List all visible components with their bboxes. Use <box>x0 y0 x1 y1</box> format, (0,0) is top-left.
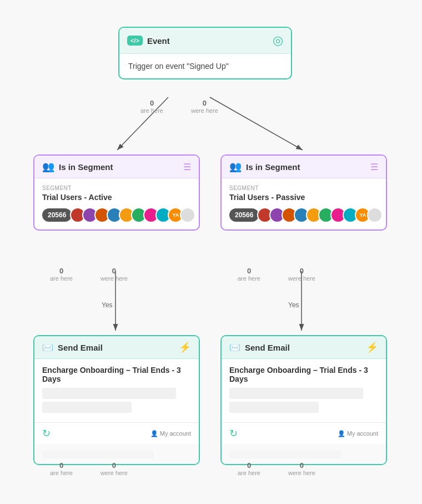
seg-right-stat-count1: 0 <box>247 267 251 275</box>
code-icon: </> <box>127 36 143 46</box>
email-node-left-footer: ↻ 👤 My account <box>34 422 199 444</box>
avatar <box>367 207 383 223</box>
email-right-stat-count2: 0 <box>300 461 304 470</box>
email-left-stat-label2: were here <box>101 470 128 476</box>
event-node-title: Event <box>147 36 170 46</box>
event-node-header: </> Event ◎ <box>119 28 291 54</box>
segment-node-left-title: Is in Segment <box>59 162 113 172</box>
email-right-stats: 0 are here 0 were here <box>238 461 315 476</box>
segment-right-stats: 0 are here 0 were here <box>238 267 315 282</box>
email-left-stat-count2: 0 <box>112 461 116 470</box>
event-stat-right-label: were here <box>191 107 218 114</box>
refresh-icon-right[interactable]: ↻ <box>229 427 238 440</box>
seg-left-stat-label1: are here <box>50 275 73 282</box>
event-stat-left-count: 0 <box>150 99 154 107</box>
email-icon-right: ✉️ <box>229 342 240 353</box>
seg-right-stat-count2: 0 <box>300 267 304 275</box>
email-node-right-header: ✉️ Send Email ⚡ <box>222 336 386 359</box>
segment-node-left-header: 👥 Is in Segment ☰ <box>34 156 199 178</box>
segment-node-right-title: Is in Segment <box>246 162 300 172</box>
yes-label-right: Yes <box>288 301 299 309</box>
svg-line-2 <box>210 97 303 150</box>
event-node-stats: 0 are here 0 were here <box>140 99 218 114</box>
seg-right-stat-label1: are here <box>238 275 260 282</box>
email-left-stats: 0 are here 0 were here <box>50 461 128 476</box>
target-icon[interactable]: ◎ <box>273 33 283 48</box>
seg-left-stat-label2: were here <box>101 275 128 282</box>
segment-left-count: 20566 <box>42 208 72 222</box>
account-link-right[interactable]: 👤 My account <box>338 430 378 437</box>
email-right-preview2 <box>229 402 319 413</box>
segment-right-label: SEGMENT <box>229 185 378 191</box>
segment-right-name: Trial Users - Passive <box>229 193 378 202</box>
email-node-right[interactable]: ✉️ Send Email ⚡ Encharge Onboarding – Tr… <box>220 335 387 465</box>
filter-icon-left[interactable]: ☰ <box>183 162 191 172</box>
filter-icon-right[interactable]: ☰ <box>370 162 378 172</box>
email-node-right-body: Encharge Onboarding – Trial Ends - 3 Day… <box>222 359 386 422</box>
lightning-icon-left: ⚡ <box>179 341 191 353</box>
email-right-stat-label2: were here <box>288 470 315 476</box>
email-node-left-header: ✉️ Send Email ⚡ <box>34 336 199 359</box>
segment-node-right-header: 👥 Is in Segment ☰ <box>222 156 386 178</box>
person-icon-right: 👤 <box>338 430 345 437</box>
seg-left-stat-count1: 0 <box>59 267 63 275</box>
email-icon-left: ✉️ <box>42 342 53 353</box>
email-right-preview1 <box>229 388 363 399</box>
segment-node-right-body: SEGMENT Trial Users - Passive 20566 YA <box>222 178 386 229</box>
email-left-stat-count1: 0 <box>59 461 63 470</box>
seg-right-stat-label2: were here <box>288 275 315 282</box>
email-right-stat-label1: are here <box>238 470 260 476</box>
segment-left-name: Trial Users - Active <box>42 193 191 202</box>
email-node-right-title: Send Email <box>245 343 290 352</box>
email-left-preview2 <box>42 402 132 413</box>
event-node-body: Trigger on event "Signed Up" <box>119 54 291 78</box>
email-right-bottom-preview <box>229 451 341 458</box>
segment-left-label: SEGMENT <box>42 185 191 191</box>
users-icon-right: 👥 <box>229 161 242 173</box>
lightning-icon-right: ⚡ <box>366 341 378 353</box>
account-link-left[interactable]: 👤 My account <box>150 430 191 437</box>
account-label-right: My account <box>347 430 378 437</box>
email-node-right-footer: ↻ 👤 My account <box>222 422 386 444</box>
segment-right-count: 20566 <box>229 208 259 222</box>
email-node-left-body: Encharge Onboarding – Trial Ends - 3 Day… <box>34 359 199 422</box>
segment-right-avatars: 20566 YA <box>229 207 378 223</box>
event-stat-right-count: 0 <box>203 99 207 107</box>
yes-label-left: Yes <box>102 301 113 309</box>
email-left-preview1 <box>42 388 176 399</box>
segment-node-left-body: SEGMENT Trial Users - Active 20566 YA <box>34 178 199 229</box>
email-right-name: Encharge Onboarding – Trial Ends - 3 Day… <box>229 366 378 383</box>
email-node-left-title: Send Email <box>58 343 103 352</box>
segment-left-stats: 0 are here 0 were here <box>50 267 128 282</box>
segment-left-avatars: 20566 YA <box>42 207 191 223</box>
email-left-bottom-preview <box>42 451 154 458</box>
seg-left-stat-count2: 0 <box>112 267 116 275</box>
email-left-stat-label1: are here <box>50 470 73 476</box>
email-right-stat-count1: 0 <box>247 461 251 470</box>
event-trigger-text: Trigger on event "Signed Up" <box>128 62 229 71</box>
users-icon-left: 👥 <box>42 161 54 173</box>
event-stat-left-label: are here <box>140 107 163 114</box>
email-node-left[interactable]: ✉️ Send Email ⚡ Encharge Onboarding – Tr… <box>33 335 200 465</box>
event-node[interactable]: </> Event ◎ Trigger on event "Signed Up" <box>118 27 292 79</box>
segment-node-right[interactable]: 👥 Is in Segment ☰ SEGMENT Trial Users - … <box>220 154 387 231</box>
segment-node-left[interactable]: 👥 Is in Segment ☰ SEGMENT Trial Users - … <box>33 154 200 231</box>
email-left-name: Encharge Onboarding – Trial Ends - 3 Day… <box>42 366 191 383</box>
avatar <box>180 207 195 223</box>
person-icon-left: 👤 <box>150 430 158 437</box>
account-label-left: My account <box>160 430 191 437</box>
refresh-icon-left[interactable]: ↻ <box>42 427 51 440</box>
